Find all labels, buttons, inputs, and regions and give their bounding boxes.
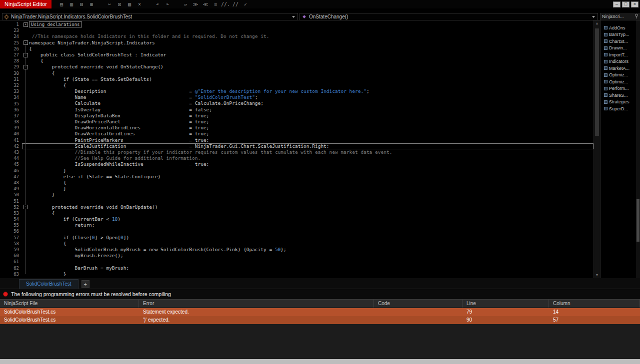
- column-header-file[interactable]: NinjaScript File: [0, 300, 139, 308]
- code-line-39[interactable]: 39 DrawHorizontalGridLines = true;: [0, 125, 594, 131]
- undo-icon[interactable]: ↶: [152, 1, 162, 8]
- code-editor[interactable]: 1+Using declarations2324 //This namespac…: [0, 20, 600, 278]
- code-line-43[interactable]: 43 //Disable this property if your indic…: [0, 149, 594, 155]
- indent-icon[interactable]: ≫: [190, 1, 200, 8]
- insert-code-snippet-icon[interactable]: ▱: [180, 1, 190, 8]
- code-line-25[interactable]: 25-namespace NinjaTrader.NinjaScript.Ind…: [0, 40, 594, 46]
- code-line-44[interactable]: 44 //See Help Guide for additional infor…: [0, 155, 594, 161]
- explorer-scrollbar[interactable]: [636, 20, 640, 278]
- code-line-30[interactable]: 30 {: [0, 70, 594, 76]
- outdent-icon[interactable]: ≪: [200, 1, 210, 8]
- member-selector[interactable]: OnStateChange(): [300, 13, 598, 20]
- code-line-40[interactable]: 40 DrawVerticalGridLines = true;: [0, 131, 594, 137]
- explorer-item-marketa[interactable]: MarketA...: [600, 65, 636, 72]
- explorer-item-strategies[interactable]: Strategies: [600, 99, 636, 106]
- code-line-37[interactable]: 37 DisplayInDataBox = true;: [0, 113, 594, 119]
- print-icon[interactable]: ⊟: [76, 1, 86, 8]
- pin-icon[interactable]: [634, 13, 638, 20]
- explorer-item-drawin[interactable]: Drawin...: [600, 45, 636, 52]
- code-line-52[interactable]: 52- protected override void OnBarUpdate(…: [0, 204, 594, 210]
- code-line-33[interactable]: 33 Description = @"Enter the description…: [0, 88, 594, 94]
- code-line-54[interactable]: 54 if (CurrentBar < 10): [0, 216, 594, 222]
- explorer-item-chartst[interactable]: ChartSt...: [600, 38, 636, 45]
- code-line-55[interactable]: 55 return;: [0, 222, 594, 228]
- code-line-1[interactable]: 1+Using declarations: [0, 21, 594, 27]
- code-line-53[interactable]: 53 {: [0, 210, 594, 216]
- code-line-58[interactable]: 58 {: [0, 241, 594, 247]
- collapsed-region[interactable]: Using declarations: [29, 21, 82, 27]
- code-line-61[interactable]: 61: [0, 259, 594, 265]
- code-line-26[interactable]: 26{: [0, 46, 594, 52]
- compile-icon[interactable]: ✓: [240, 1, 250, 8]
- save-icon[interactable]: ▤: [56, 1, 66, 8]
- plus-fold-icon[interactable]: +: [24, 22, 28, 27]
- code-line-56[interactable]: 56: [0, 228, 594, 234]
- explorer-item-importt[interactable]: ImportT...: [600, 51, 636, 58]
- error-row[interactable]: SolidColorBrushTest.csStatement expected…: [0, 308, 640, 316]
- paste-icon[interactable]: ▧: [124, 1, 134, 8]
- scroll-up-icon[interactable]: ▲: [594, 20, 600, 26]
- column-header-column[interactable]: Column: [549, 300, 640, 308]
- minus-fold-icon[interactable]: -: [24, 53, 28, 57]
- code-line-46[interactable]: 46 }: [0, 168, 594, 174]
- code-line-48[interactable]: 48 {: [0, 180, 594, 186]
- redo-icon[interactable]: ↷: [162, 1, 172, 8]
- editor-vertical-scrollbar[interactable]: ▲ ▼: [594, 20, 600, 278]
- print-preview-icon[interactable]: ⊞: [86, 1, 96, 8]
- explorer-item-perform[interactable]: Perform...: [600, 85, 636, 92]
- explorer-item-optimiz[interactable]: Optimiz...: [600, 78, 636, 85]
- code-line-36[interactable]: 36 IsOverlay = false;: [0, 107, 594, 113]
- error-row[interactable]: SolidColorBrushTest.cs')' expected.9057: [0, 316, 640, 324]
- code-line-63[interactable]: 63 }: [0, 271, 594, 277]
- code-line-51[interactable]: 51: [0, 198, 594, 204]
- minus-fold-icon[interactable]: -: [24, 40, 28, 45]
- explorer-item-shares[interactable]: ShareS...: [600, 92, 636, 99]
- type-selector[interactable]: NinjaTrader.NinjaScript.Indicators.Solid…: [2, 13, 298, 20]
- close-button[interactable]: ×: [631, 1, 638, 7]
- code-line-57[interactable]: 57 if (Close[0] > Open[0]): [0, 235, 594, 241]
- code-line-62[interactable]: 62 BarBrush = myBrush;: [0, 265, 594, 271]
- code-line-28[interactable]: 28 {: [0, 58, 594, 64]
- explorer-item-indicators[interactable]: Indicators: [600, 58, 636, 65]
- column-header-error[interactable]: Error: [139, 300, 374, 308]
- cut-icon[interactable]: ✂: [104, 1, 114, 8]
- editor-scrollbar-thumb[interactable]: [595, 28, 599, 136]
- code-line-27[interactable]: 27- public class SolidColorBrushTest : I…: [0, 52, 594, 58]
- code-line-34[interactable]: 34 Name = "SolidColorBrushTest";: [0, 94, 594, 100]
- explorer-scrollbar-thumb[interactable]: [636, 199, 640, 242]
- column-header-line[interactable]: Line: [462, 300, 549, 308]
- code-line-59[interactable]: 59 SolidColorBrush myBrush = new SolidCo…: [0, 247, 594, 253]
- code-line-47[interactable]: 47 else if (State == State.Configure): [0, 174, 594, 180]
- uncomment-icon[interactable]: //: [230, 1, 240, 8]
- minus-fold-icon[interactable]: -: [24, 205, 28, 209]
- code-line-31[interactable]: 31 if (State == State.SetDefaults): [0, 76, 594, 82]
- code-line-24[interactable]: 24 //This namespace holds Indicators in …: [0, 33, 594, 39]
- scroll-down-icon[interactable]: ▼: [594, 272, 600, 278]
- comment-icon[interactable]: //.: [220, 1, 230, 8]
- code-line-45[interactable]: 45 IsSuspendedWhileInactive = true;: [0, 161, 594, 167]
- minus-fold-icon[interactable]: -: [24, 65, 28, 69]
- explorer-item-superd[interactable]: SuperD...: [600, 105, 636, 112]
- code-line-60[interactable]: 60 myBrush.Freeze();: [0, 253, 594, 259]
- maximize-button[interactable]: □: [622, 1, 630, 7]
- code-line-42[interactable]: 42 ScaleJustification = NinjaTrader.Gui.…: [0, 143, 594, 149]
- column-header-code[interactable]: Code: [374, 300, 462, 308]
- code-line-49[interactable]: 49 }: [0, 186, 594, 192]
- minimize-button[interactable]: –: [613, 1, 620, 7]
- save-as-icon[interactable]: ▥: [66, 1, 76, 8]
- code-line-29[interactable]: 29- protected override void OnStateChang…: [0, 64, 594, 70]
- code-line-50[interactable]: 50 }: [0, 192, 594, 198]
- explorer-item-optimiz[interactable]: Optimiz...: [600, 72, 636, 79]
- delete-icon[interactable]: ×: [134, 1, 144, 8]
- copy-icon[interactable]: ⊡: [114, 1, 124, 8]
- code-line-41[interactable]: 41 PaintPriceMarkers = true;: [0, 137, 594, 143]
- align-icon[interactable]: ≡: [210, 1, 220, 8]
- explorer-item-barstyp[interactable]: BarsTyp...: [600, 31, 636, 38]
- code-line-35[interactable]: 35 Calculate = Calculate.OnPriceChange;: [0, 100, 594, 106]
- explorer-item-addons[interactable]: AddOns: [600, 24, 636, 31]
- add-tab-button[interactable]: +: [82, 280, 90, 288]
- code-line-23[interactable]: 23: [0, 27, 594, 33]
- code-line-32[interactable]: 32 {: [0, 82, 594, 88]
- tab-solidcolorbrushtest[interactable]: SolidColorBrushTest: [19, 279, 78, 289]
- code-line-38[interactable]: 38 DrawOnPricePanel = true;: [0, 119, 594, 125]
